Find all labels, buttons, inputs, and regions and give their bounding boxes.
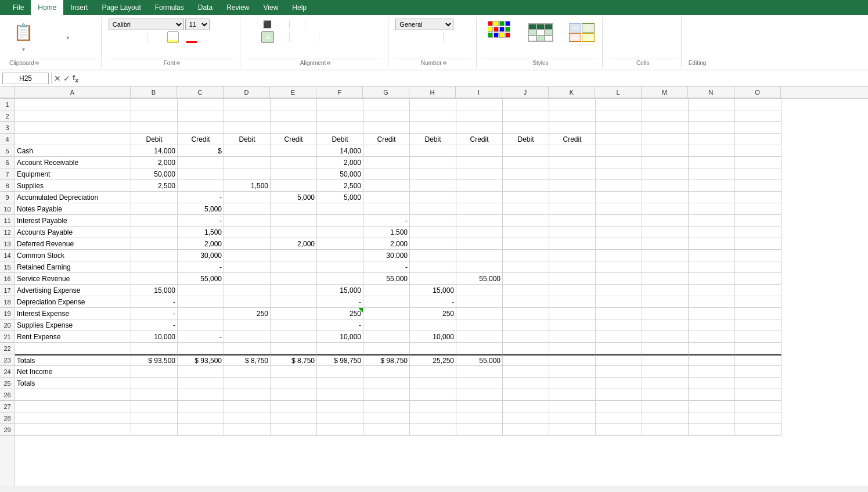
cell-I21[interactable] <box>456 331 503 343</box>
cell-I29[interactable] <box>456 424 503 436</box>
cell-I12[interactable] <box>456 227 503 238</box>
cell-G18[interactable] <box>363 296 410 308</box>
cell-J28[interactable] <box>503 412 549 424</box>
cell-D14[interactable] <box>224 250 271 261</box>
cell-K7[interactable] <box>549 168 596 180</box>
cell-B1[interactable] <box>131 99 178 110</box>
cell-G26[interactable] <box>363 389 410 401</box>
increase-indent-button[interactable]: ⇥ <box>305 31 318 43</box>
align-center-button[interactable]: ≡ <box>261 31 274 43</box>
cell-A12[interactable]: Accounts Payable <box>15 227 131 238</box>
cell-D24[interactable] <box>224 366 271 378</box>
font-name-select[interactable]: Calibri <box>109 19 184 30</box>
cell-A20[interactable]: Supplies Expense <box>15 319 131 331</box>
cell-D18[interactable] <box>224 296 271 308</box>
cell-I7[interactable] <box>456 168 503 180</box>
cell-L21[interactable] <box>596 331 642 343</box>
cell-D29[interactable] <box>224 424 271 436</box>
cell-N2[interactable] <box>689 110 735 122</box>
cell-F14[interactable] <box>317 250 363 261</box>
cell-E8[interactable] <box>271 180 317 192</box>
cell-I17[interactable] <box>456 285 503 296</box>
cell-M19[interactable] <box>642 308 689 319</box>
cell-K18[interactable] <box>549 296 596 308</box>
cell-D2[interactable] <box>224 110 271 122</box>
cell-B12[interactable] <box>131 227 178 238</box>
cell-H11[interactable] <box>410 215 456 227</box>
cell-H21[interactable]: 10,000 <box>410 331 456 343</box>
col-header-f[interactable]: F <box>316 87 363 98</box>
cell-A13[interactable]: Deferred Revenue <box>15 238 131 250</box>
cell-A9[interactable]: Accumulated Depreciation <box>15 192 131 203</box>
cell-H6[interactable] <box>410 157 456 168</box>
cell-F26[interactable] <box>317 389 363 401</box>
cell-A23[interactable]: Totals <box>15 354 131 366</box>
autosum-dropdown[interactable]: ▼ <box>693 42 697 48</box>
cell-C7[interactable] <box>178 168 224 180</box>
cell-B7[interactable]: 50,000 <box>131 168 178 180</box>
cell-C8[interactable] <box>178 180 224 192</box>
row-num-4[interactable]: 4 <box>0 134 15 145</box>
tab-data[interactable]: Data <box>191 0 219 15</box>
cell-K22[interactable] <box>549 343 596 354</box>
cell-J21[interactable] <box>503 331 549 343</box>
cell-L15[interactable] <box>596 261 642 273</box>
cell-H26[interactable] <box>410 389 456 401</box>
cell-J22[interactable] <box>503 343 549 354</box>
cell-B25[interactable] <box>131 378 178 389</box>
cell-D26[interactable] <box>224 389 271 401</box>
cell-K17[interactable] <box>549 285 596 296</box>
cell-I20[interactable] <box>456 319 503 331</box>
cell-H2[interactable] <box>410 110 456 122</box>
cell-G2[interactable] <box>363 110 410 122</box>
col-header-o[interactable]: O <box>734 87 781 98</box>
cell-O25[interactable] <box>735 378 781 389</box>
cell-H27[interactable] <box>410 401 456 412</box>
cell-L20[interactable] <box>596 319 642 331</box>
cell-J5[interactable] <box>503 145 549 157</box>
cell-F17[interactable]: 15,000 <box>317 285 363 296</box>
cell-L12[interactable] <box>596 227 642 238</box>
cell-M25[interactable] <box>642 378 689 389</box>
cell-H17[interactable]: 15,000 <box>410 285 456 296</box>
cell-F18[interactable]: - <box>317 296 363 308</box>
cell-D11[interactable] <box>224 215 271 227</box>
cell-G24[interactable] <box>363 366 410 378</box>
fill-color-button[interactable]: A <box>167 31 179 43</box>
col-header-b[interactable]: B <box>131 87 177 98</box>
cell-C13[interactable]: 2,000 <box>178 238 224 250</box>
cell-E23[interactable]: $ 8,750 <box>271 354 317 366</box>
cell-G23[interactable]: $ 98,750 <box>363 354 410 366</box>
align-bottom-button[interactable]: ⬇ <box>275 19 288 30</box>
cell-D12[interactable] <box>224 227 271 238</box>
clipboard-expand-icon[interactable]: ⧉ <box>35 60 39 66</box>
cell-K16[interactable] <box>549 273 596 285</box>
cell-N28[interactable] <box>689 412 735 424</box>
tab-help[interactable]: Help <box>285 0 314 15</box>
cell-C5[interactable]: $ <box>178 145 224 157</box>
cell-C1[interactable] <box>178 99 224 110</box>
cancel-formula-button[interactable]: ✕ <box>54 74 61 83</box>
cell-O28[interactable] <box>735 412 781 424</box>
cell-L29[interactable] <box>596 424 642 436</box>
cell-O4[interactable] <box>735 134 781 145</box>
cell-C6[interactable] <box>178 157 224 168</box>
cell-E14[interactable] <box>271 250 317 261</box>
cell-N8[interactable] <box>689 180 735 192</box>
row-num-8[interactable]: 8 <box>0 180 15 192</box>
cell-N15[interactable] <box>689 261 735 273</box>
cell-F28[interactable] <box>317 412 363 424</box>
cell-K13[interactable] <box>549 238 596 250</box>
cell-E21[interactable] <box>271 331 317 343</box>
cell-L8[interactable] <box>596 180 642 192</box>
merge-dropdown[interactable]: ▼ <box>376 35 380 40</box>
cell-D23[interactable]: $ 8,750 <box>224 354 271 366</box>
cell-C21[interactable]: - <box>178 331 224 343</box>
cell-F25[interactable] <box>317 378 363 389</box>
cell-styles-button[interactable]: Aa Aa Aa Aa Cell Styles ▼ <box>566 21 597 55</box>
cell-C3[interactable] <box>178 122 224 134</box>
cell-C23[interactable]: $ 93,500 <box>178 354 224 366</box>
cell-O15[interactable] <box>735 261 781 273</box>
row-num-7[interactable]: 7 <box>0 168 15 180</box>
cell-J13[interactable] <box>503 238 549 250</box>
